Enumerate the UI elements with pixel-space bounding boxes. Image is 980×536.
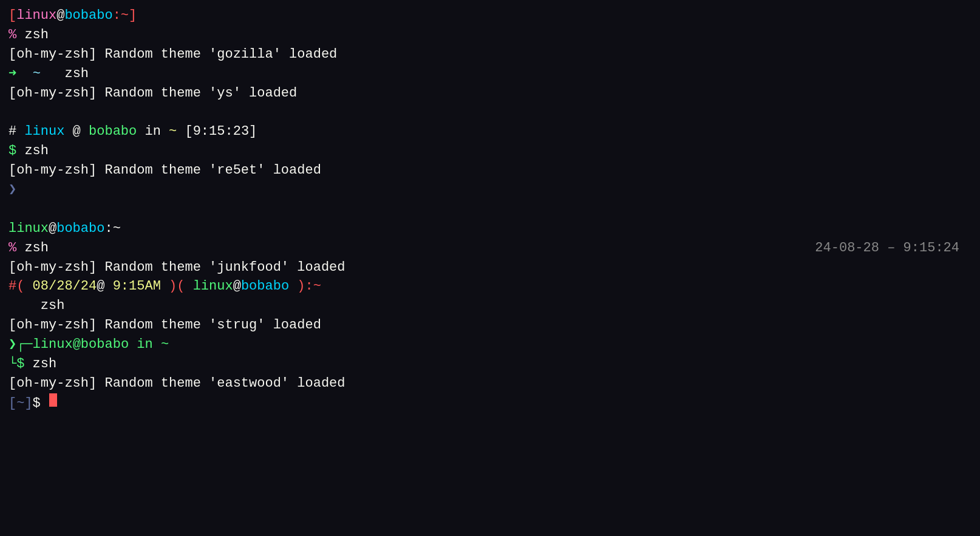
right-timestamp: 24-08-28 – 9:15:24	[815, 239, 959, 258]
junkfood-end: ):~	[289, 277, 321, 296]
hash-sign: #	[9, 122, 24, 141]
hostname-2: bobabo	[56, 219, 104, 239]
terminal-cursor	[49, 393, 57, 407]
omz-output-3: [oh-my-zsh] Random theme 're5et' loaded	[9, 161, 321, 180]
eastwood-prompt-line: [~]$	[9, 393, 971, 413]
hostname: bobabo	[64, 6, 112, 25]
ys-at: @	[64, 122, 89, 141]
output-eastwood: [oh-my-zsh] Random theme 'eastwood' load…	[9, 374, 971, 393]
junkfood-at2: @	[233, 277, 241, 296]
username-2: linux	[9, 219, 49, 239]
re5et-prompt: ❯	[9, 180, 971, 200]
eastwood-dollar: $	[33, 394, 49, 413]
command-zsh-3: zsh	[24, 239, 49, 258]
junkfood-time: 9:15AM	[113, 277, 161, 296]
omz-output-4: [oh-my-zsh] Random theme 'junkfood' load…	[9, 258, 345, 277]
path-2: :~	[104, 219, 120, 239]
tilde-dir-1: ~	[16, 64, 49, 84]
command-zsh-2: zsh	[24, 141, 49, 161]
junkfood-user: linux	[193, 277, 233, 296]
prompt-line-2: linux@bobabo:~	[9, 219, 971, 239]
percent-prompt-2: %	[9, 239, 24, 258]
strug-top-line: ❯┌─linux@bobabo in ~	[9, 335, 971, 355]
junkfood-hash-paren: #(	[9, 277, 33, 296]
strug-chevron: ❯	[9, 335, 16, 355]
username: linux	[16, 6, 56, 25]
bracket-close-path: :~]	[113, 6, 137, 25]
prompt-line-1: [linux@bobabo:~]	[9, 6, 971, 25]
blank-1	[9, 103, 971, 122]
omz-output-2: [oh-my-zsh] Random theme 'ys' loaded	[9, 84, 297, 103]
command-zsh-1: zsh	[24, 25, 49, 45]
terminal: [linux@bobabo:~] % zsh [oh-my-zsh] Rando…	[9, 6, 971, 413]
bracket-open: [	[9, 6, 16, 25]
ys-in: in	[137, 122, 169, 141]
omz-output-6: [oh-my-zsh] Random theme 'eastwood' load…	[9, 374, 345, 393]
command-indent-1: zsh	[9, 296, 971, 316]
strug-box-bottom: └$	[9, 355, 24, 374]
output-strug: [oh-my-zsh] Random theme 'strug' loaded	[9, 316, 971, 335]
output-junkfood: [oh-my-zsh] Random theme 'junkfood' load…	[9, 258, 971, 277]
prompt-arrow-1: ➜ ~ zsh	[9, 64, 971, 84]
omz-output-5: [oh-my-zsh] Random theme 'strug' loaded	[9, 316, 321, 335]
command-line-2: % zsh 24-08-28 – 9:15:24	[9, 239, 971, 258]
junkfood-date: 08/28/24	[33, 277, 97, 296]
ys-username: linux	[24, 122, 64, 141]
command-zsh-4: zsh	[24, 355, 56, 374]
percent-prompt: %	[9, 25, 24, 45]
chevron-icon: ❯	[9, 180, 16, 200]
indent-spaces: zsh	[9, 296, 64, 316]
strug-box-top: ┌─linux@bobabo in ~	[16, 335, 169, 355]
junkfood-host: bobabo	[241, 277, 289, 296]
arrow-icon-1: ➜	[9, 64, 16, 84]
junkfood-at-sym: @	[97, 277, 112, 296]
ys-prompt-line: # linux @ bobabo in ~ [9:15:23]	[9, 122, 971, 141]
output-re5et: [oh-my-zsh] Random theme 're5et' loaded	[9, 161, 971, 180]
output-ys: [oh-my-zsh] Random theme 'ys' loaded	[9, 84, 971, 103]
at-sign: @	[56, 6, 64, 25]
blank-2	[9, 200, 971, 219]
ys-hostname: bobabo	[89, 122, 137, 141]
output-gozilla: [oh-my-zsh] Random theme 'gozilla' loade…	[9, 45, 971, 64]
junkfood-prompt: #( 08/28/24@ 9:15AM )( linux@bobabo ):~	[9, 277, 971, 296]
dollar-prompt-1: $ zsh	[9, 141, 971, 161]
at-2: @	[49, 219, 56, 239]
strug-bottom-line: └$ zsh	[9, 355, 971, 374]
dollar-sign-1: $	[9, 141, 24, 161]
omz-output-1: [oh-my-zsh] Random theme 'gozilla' loade…	[9, 45, 337, 64]
junkfood-sep: )(	[161, 277, 193, 296]
command-line-1: % zsh	[9, 25, 971, 45]
ys-tilde: ~	[169, 122, 177, 141]
spaces-1: zsh	[49, 64, 89, 84]
ys-time: [9:15:23]	[177, 122, 257, 141]
eastwood-bracket-tilde: [~]	[9, 394, 33, 413]
